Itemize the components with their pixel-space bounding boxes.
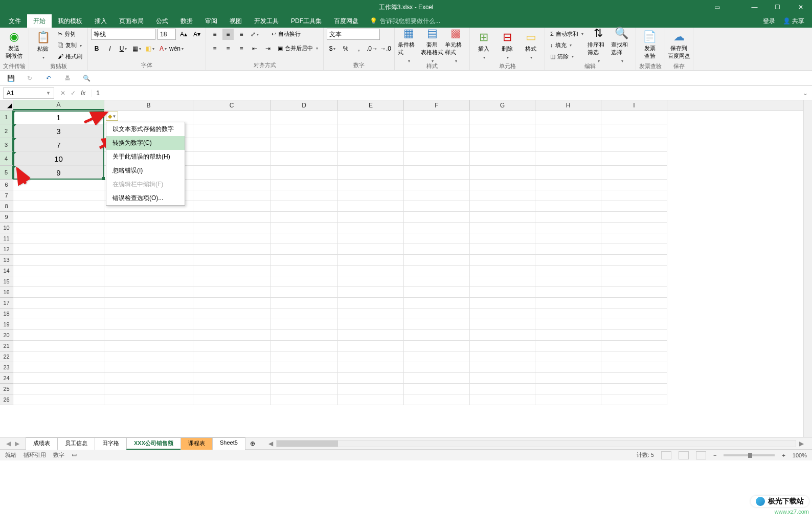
cell[interactable] (104, 244, 193, 255)
cell[interactable] (104, 298, 193, 308)
sheet-nav-next[interactable]: ▶ (15, 440, 19, 447)
row-header[interactable]: 26 (0, 394, 13, 405)
select-all-corner[interactable]: ◢ (0, 100, 13, 110)
cell[interactable] (338, 319, 404, 330)
cell[interactable] (193, 298, 270, 308)
find-select-button[interactable]: 🔍查找和选择 (611, 29, 633, 61)
cell[interactable] (338, 124, 404, 138)
vertical-scrollbar[interactable] (803, 100, 812, 437)
format-cells-button[interactable]: ▭格式 (520, 29, 542, 61)
cell[interactable] (470, 351, 535, 362)
cell[interactable] (470, 180, 535, 190)
cell[interactable]: 7 (13, 138, 104, 152)
cell[interactable] (601, 287, 667, 298)
cell[interactable] (338, 111, 404, 124)
align-right-button[interactable]: ≡ (236, 43, 247, 54)
cell[interactable] (270, 351, 338, 362)
cell[interactable] (535, 244, 601, 255)
cell[interactable] (13, 244, 104, 255)
cell[interactable] (13, 384, 104, 394)
italic-button[interactable]: I (104, 43, 116, 54)
cell[interactable] (601, 255, 667, 266)
row-header[interactable]: 21 (0, 341, 13, 351)
sheet-nav-prev[interactable]: ◀ (6, 440, 11, 447)
cell[interactable] (601, 394, 667, 405)
cell[interactable] (535, 287, 601, 298)
align-middle-button[interactable]: ≡ (222, 29, 234, 40)
column-header[interactable]: A (13, 100, 104, 110)
cell[interactable] (535, 255, 601, 266)
cell[interactable] (470, 287, 535, 298)
cell[interactable] (270, 373, 338, 384)
cell[interactable] (601, 244, 667, 255)
tab-view[interactable]: 视图 (223, 14, 248, 28)
row-header[interactable]: 12 (0, 244, 13, 255)
cell[interactable] (104, 212, 193, 223)
cell[interactable] (601, 233, 667, 244)
cell[interactable] (535, 341, 601, 351)
row-header[interactable]: 2 (0, 124, 13, 138)
row-header[interactable]: 5 (0, 166, 13, 180)
cell[interactable] (193, 138, 270, 152)
cell[interactable] (13, 351, 104, 362)
cell[interactable]: 9 (13, 166, 104, 180)
cell[interactable] (13, 319, 104, 330)
cell[interactable] (535, 373, 601, 384)
cell[interactable] (601, 138, 667, 152)
cell[interactable] (13, 394, 104, 405)
cell[interactable] (193, 244, 270, 255)
tab-home[interactable]: 开始 (27, 14, 52, 28)
cell[interactable] (104, 266, 193, 276)
fill-color-button[interactable]: ◧ (144, 43, 155, 54)
cell[interactable] (404, 341, 470, 351)
autosum-button[interactable]: Σ自动求和 (548, 29, 585, 39)
error-smart-tag[interactable]: ◆ ▼ (106, 112, 118, 121)
row-header[interactable]: 10 (0, 223, 13, 233)
align-left-button[interactable]: ≡ (209, 43, 220, 54)
cell[interactable] (535, 276, 601, 287)
fx-button[interactable]: fx (81, 90, 85, 97)
decrease-decimal-button[interactable]: →.0 (380, 43, 391, 54)
cell[interactable] (535, 233, 601, 244)
column-header[interactable]: E (338, 100, 404, 110)
menu-convert-to-number[interactable]: 转换为数字(C) (106, 136, 185, 150)
cell[interactable] (404, 233, 470, 244)
cell[interactable] (270, 180, 338, 190)
column-header[interactable]: B (104, 100, 193, 110)
cell[interactable] (338, 180, 404, 190)
cell[interactable] (601, 276, 667, 287)
cell[interactable] (193, 276, 270, 287)
cell[interactable] (470, 298, 535, 308)
cell[interactable] (270, 255, 338, 266)
row-header[interactable]: 7 (0, 190, 13, 201)
column-header[interactable]: H (535, 100, 601, 110)
cell[interactable] (404, 384, 470, 394)
minimize-button[interactable]: — (743, 0, 766, 14)
cell[interactable] (535, 152, 601, 166)
cell[interactable] (270, 308, 338, 319)
cell[interactable] (535, 330, 601, 341)
redo-button[interactable]: ↻ (24, 73, 35, 84)
cell[interactable] (535, 111, 601, 124)
cell[interactable] (470, 244, 535, 255)
cell[interactable] (270, 111, 338, 124)
cell[interactable] (470, 138, 535, 152)
cell[interactable] (404, 180, 470, 190)
cell[interactable] (601, 201, 667, 212)
cell[interactable] (470, 212, 535, 223)
sheet-tab[interactable]: 课程表 (181, 437, 213, 450)
cell[interactable] (535, 201, 601, 212)
cell[interactable] (13, 341, 104, 351)
row-header[interactable]: 16 (0, 287, 13, 298)
cell[interactable]: 1 (13, 111, 104, 124)
cell[interactable] (470, 341, 535, 351)
cell[interactable] (13, 373, 104, 384)
cell[interactable] (270, 287, 338, 298)
add-sheet-button[interactable]: ⊕ (245, 440, 260, 447)
phonetic-button[interactable]: wén (171, 43, 182, 54)
font-name-combo[interactable] (91, 29, 155, 40)
zoom-level[interactable]: 100% (793, 452, 807, 458)
border-button[interactable]: ▦ (131, 43, 142, 54)
cell[interactable] (601, 223, 667, 233)
row-header[interactable]: 24 (0, 373, 13, 384)
